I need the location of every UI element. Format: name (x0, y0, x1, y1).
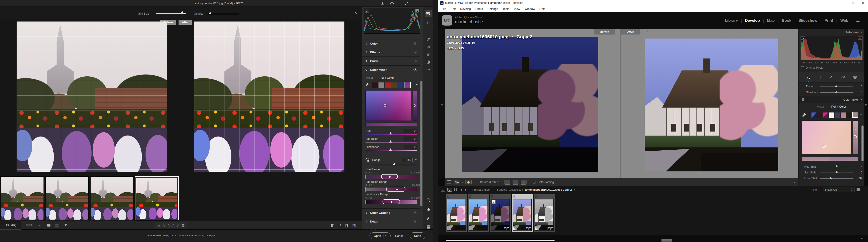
before-after-right-icon[interactable]: ◨ (343, 221, 350, 230)
crop-badge-icon[interactable]: ⌗ (548, 228, 550, 230)
histogram-header[interactable]: Histogram ▼ (799, 29, 864, 35)
eye-visibility-icon[interactable] (413, 60, 417, 62)
lr-histogram[interactable]: ▲ ▲ (801, 36, 863, 60)
darks-slider[interactable] (820, 87, 854, 87)
zoom-tool-icon[interactable] (425, 197, 432, 204)
opacity-slider-thumb[interactable] (209, 12, 212, 14)
adjustment-badge-icon[interactable]: ± (551, 228, 553, 230)
adjustment-badge-icon[interactable]: ± (528, 228, 531, 230)
color-mixer-eye-icon[interactable] (801, 98, 805, 101)
lr-before-photo[interactable] (462, 37, 598, 172)
hue-range-bracket[interactable] (381, 174, 398, 179)
basic-adjust-tool-icon[interactable] (805, 74, 811, 80)
lr-hue-column[interactable] (853, 120, 858, 154)
crop-tool-icon[interactable] (425, 20, 432, 27)
filmstrip-thumb-2[interactable]: 2 (468, 194, 489, 232)
crop-badge-icon[interactable]: ⌗ (504, 228, 506, 230)
before-after-left-icon[interactable]: ◧ (329, 221, 336, 230)
eye-visibility-icon[interactable] (413, 229, 417, 230)
save-image-icon[interactable] (380, 1, 385, 6)
done-button[interactable]: Done (410, 232, 425, 239)
menu-photo[interactable]: Photo (473, 6, 485, 12)
soft-proofing-checkbox[interactable] (533, 181, 535, 183)
star-rating-2[interactable]: ☆ (162, 223, 165, 228)
lr-mixer-tab[interactable]: Mixer (817, 105, 824, 108)
split-view-icon[interactable]: ▥ (351, 221, 358, 230)
point-color-swatch-3[interactable] (385, 82, 391, 88)
swatch-options-dropdown-icon[interactable]: ▼ (416, 83, 418, 86)
filmstrip-thumb-4-selected[interactable]: 4 ⌗± (512, 194, 533, 232)
lr-swatch-2[interactable] (817, 112, 823, 118)
lr-hue-column-target[interactable] (854, 135, 857, 138)
snapshots-tool-icon[interactable] (425, 59, 432, 66)
darks-slider-thumb[interactable] (835, 85, 837, 87)
saturation-range-bracket[interactable] (386, 187, 405, 192)
eye-visibility-icon[interactable] (413, 51, 417, 54)
star-rating-1[interactable]: ☆ (157, 223, 160, 228)
menu-file[interactable]: File (439, 6, 448, 12)
acr-after-photo[interactable] (194, 22, 344, 172)
open-button[interactable]: Open ▾ (370, 232, 391, 239)
hue-value-field[interactable]: 0 (404, 129, 417, 133)
lr-swatch-4[interactable] (829, 112, 834, 118)
hue-slider-thumb[interactable] (389, 132, 392, 134)
second-screen-button[interactable]: 2 (447, 188, 452, 192)
lr-swatch-3[interactable] (823, 112, 828, 118)
module-develop[interactable]: Develop (745, 19, 760, 23)
filter-dropdown[interactable]: Filters Off ▲▼ (823, 187, 855, 192)
saturation-slider[interactable] (366, 142, 417, 143)
range-slider-thumb[interactable] (393, 163, 396, 165)
more-tools-icon[interactable]: ••• (425, 66, 432, 73)
yy-view-icon[interactable]: Y|Y (465, 180, 471, 184)
lum-shift-thumb[interactable] (830, 177, 832, 179)
point-color-eyedropper-icon[interactable] (365, 83, 370, 87)
edit-tool-icon[interactable] (425, 10, 432, 17)
toolbar-options-icon[interactable]: ▾ (794, 181, 795, 183)
collapse-color-mixer-icon[interactable]: ▼ (860, 98, 863, 101)
lr-highlight-clipping-icon[interactable]: ▲ (858, 36, 862, 40)
module-web[interactable]: Web (840, 19, 848, 23)
cancel-button[interactable]: Cancel (395, 232, 404, 239)
filmstrip-thumb-1[interactable]: 1 (446, 194, 467, 232)
acr-thumbnail-1[interactable] (0, 176, 44, 220)
gradient-picker-target[interactable] (384, 104, 386, 107)
filmstrip-thumb-5[interactable]: 5 ⌗± (534, 194, 555, 232)
crop-badge-icon[interactable]: ⌗ (526, 228, 528, 230)
module-slideshow[interactable]: Slideshow (799, 19, 817, 23)
point-color-tab[interactable]: Point Color (379, 76, 394, 79)
module-book[interactable]: Book (782, 19, 791, 23)
lr-shadow-clipping-icon[interactable]: ▲ (801, 36, 805, 40)
point-color-swatch-2[interactable] (378, 82, 384, 88)
cloud-sync-icon[interactable]: ☁ (856, 18, 860, 23)
shadows-slider[interactable] (820, 92, 854, 93)
filter-funnel-icon[interactable] (62, 221, 69, 230)
luminance-value-field[interactable]: 0 (404, 145, 417, 149)
red-eye-tool-icon[interactable] (425, 43, 432, 50)
presets-tool-icon[interactable] (425, 51, 432, 58)
lr-before-tab[interactable]: Before (594, 29, 615, 35)
eye-visibility-icon[interactable] (413, 211, 417, 214)
opacity-slider[interactable] (208, 14, 239, 14)
filmstrip-scrollbar[interactable] (446, 240, 555, 241)
yy-dropdown-icon[interactable]: ▾ (474, 181, 475, 183)
visualize-range-icon[interactable] (365, 158, 370, 163)
range-slider[interactable] (373, 165, 417, 165)
lr-swatch-6[interactable] (841, 112, 846, 118)
shadows-value[interactable]: 0 (861, 91, 862, 94)
lr-after-photo[interactable] (645, 39, 778, 171)
ba-dropdown-icon[interactable]: ▾ (462, 181, 463, 183)
menu-settings[interactable]: Settings (485, 6, 500, 12)
acr-thumbnail-3[interactable] (90, 176, 134, 220)
maximize-button[interactable]: □ (847, 0, 858, 6)
hand-tool-icon[interactable] (425, 206, 432, 213)
before-after-view-icon[interactable]: B|A (454, 180, 460, 184)
point-color-swatch-4[interactable] (391, 82, 397, 88)
lr-point-color-eyedropper-icon[interactable] (802, 112, 807, 118)
close-button[interactable]: ✕ (858, 0, 868, 6)
point-color-swatch-1[interactable] (372, 82, 378, 88)
luminance-slider-thumb[interactable] (389, 148, 392, 150)
grid-size-slider-thumb[interactable] (181, 11, 184, 13)
stack-count-badge[interactable]: 3 (492, 200, 496, 204)
panel-section-detail[interactable]: Detail (362, 217, 420, 226)
lr-gradient-picker[interactable] (802, 120, 851, 154)
